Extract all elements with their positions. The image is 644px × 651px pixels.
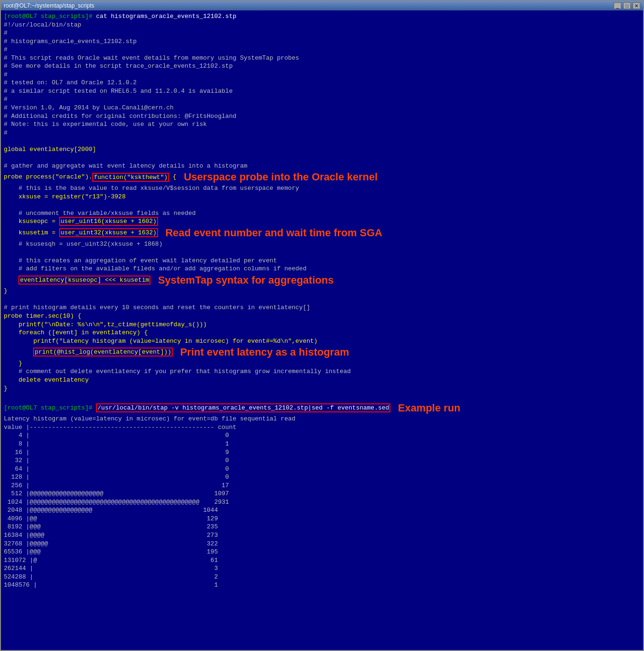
line-run-cmd: [root@OL7 stap_scripts]# /usr/local/bin/…	[4, 401, 640, 415]
line-out-262144: 262144 | 3	[4, 564, 640, 573]
close-button[interactable]: ✕	[633, 2, 640, 9]
line-c2: #	[4, 45, 640, 54]
line-tested: # tested on: OL7 and Oracle 12.1.0.2	[4, 79, 640, 87]
line-printf1: printf("\nDate: %s\n\n",tz_ctime(gettime…	[4, 321, 640, 329]
line-out-524288: 524288 | 2	[4, 573, 640, 581]
line-out-65536: 65536 |@@@ 195	[4, 548, 640, 556]
line-xksuse: xksuse = register("r13")-3928	[4, 193, 640, 201]
line-out-512: 512 |@@@@@@@@@@@@@@@@@@@@ 1097	[4, 490, 640, 498]
line-note: # Note: this is experimental code, use a…	[4, 120, 640, 129]
line-timer: probe timer.sec(10) {	[4, 312, 640, 321]
line-out-16384: 16384 |@@@@ 273	[4, 531, 640, 540]
line-version: # Version 1.0, Aug 2014 by Luca.Canali@c…	[4, 104, 640, 112]
line-out-1048576: 1048576 | 1	[4, 581, 640, 589]
titlebar: root@OL7:~/systemtap/stap_scripts _ □ ✕	[1, 1, 643, 10]
line-c4: #	[4, 95, 640, 104]
terminal-window: root@OL7:~/systemtap/stap_scripts _ □ ✕ …	[0, 0, 644, 651]
annotation-histogram: Print event latency as a histogram	[180, 346, 349, 358]
line-out-4096: 4096 |@@ 129	[4, 515, 640, 523]
line-out-32: 32 | 0	[4, 456, 640, 465]
line-desc1: # This script reads Oracle wait event de…	[4, 54, 640, 62]
terminal-content: [root@OL7 stap_scripts]# cat histograms_…	[1, 10, 643, 650]
line-out-2048: 2048 |@@@@@@@@@@@@@@@@@ 1044	[4, 506, 640, 515]
line-histlog: print(@hist_log(eventlatency[event])) Pr…	[4, 345, 640, 359]
annotation-example-run: Example run	[398, 402, 460, 414]
line-out-8: 8 | 1	[4, 440, 640, 448]
line-blank1	[4, 137, 640, 145]
line-out-colhdr: value |---------------------------------…	[4, 423, 640, 432]
line-blank4	[4, 248, 640, 257]
line-global: global eventlatency[2000]	[4, 145, 640, 154]
line-printf2: printf("Latency histogram (value=latency…	[4, 337, 640, 346]
line-foreach: foreach ([event] in eventlatency) {	[4, 329, 640, 337]
line-out-131072: 131072 |@ 61	[4, 556, 640, 565]
line-out-1024: 1024 |@@@@@@@@@@@@@@@@@@@@@@@@@@@@@@@@@@…	[4, 498, 640, 507]
annotation-probe: Userspace probe into the Oracle kernel	[184, 171, 378, 183]
line-blank6	[4, 392, 640, 401]
line-eventlatency: eventlatency[ksuseopc] <<< ksusetim Syst…	[4, 273, 640, 287]
line-ksusesqh: # ksusesqh = user_uint32(xksuse + 1868)	[4, 240, 640, 249]
line-desc2: # See more details in the script trace_o…	[4, 62, 640, 71]
line-c1: #	[4, 29, 640, 37]
line-out-4: 4 | 0	[4, 431, 640, 440]
line-shebang: #!/usr/local/bin/stap	[4, 21, 640, 29]
line-probe: probe process("oracle").function("kskthe…	[4, 170, 640, 184]
line-close-brace1: }	[4, 287, 640, 295]
line-out-64: 64 | 0	[4, 465, 640, 473]
line-agg-comment2: # add filters on the available fileds an…	[4, 265, 640, 273]
maximize-button[interactable]: □	[623, 2, 631, 9]
line-agg-comment1: # this creates an aggregation of event w…	[4, 257, 640, 265]
line-print-comment: # print histogram details every 10 secon…	[4, 303, 640, 312]
line-out-32768: 32768 |@@@@@ 322	[4, 540, 640, 548]
window-title: root@OL7:~/systemtap/stap_scripts	[4, 2, 94, 9]
annotation-aggregation: SystemTap syntax for aggregations	[158, 274, 334, 286]
line-uncomment: # uncomment the variable/xksuse fields a…	[4, 209, 640, 218]
line-ksuseopc: ksuseopc = user_uint16(xksuse + 1602) ks…	[4, 217, 640, 240]
window-controls[interactable]: _ □ ✕	[614, 2, 640, 9]
line-similar: # a similar script tested on RHEL6.5 and…	[4, 87, 640, 96]
line-close-brace2: }	[4, 384, 640, 393]
line-blank3	[4, 201, 640, 209]
line-out-8192: 8192 |@@@ 235	[4, 523, 640, 531]
line-out-16: 16 | 9	[4, 448, 640, 457]
line-out-128: 128 | 0	[4, 473, 640, 482]
line-filename: # histograms_oracle_events_12102.stp	[4, 37, 640, 46]
annotation-readsga: Read event number and wait time from SGA	[165, 227, 382, 239]
line-delete-comment: # comment out delete eventlatency if you…	[4, 367, 640, 376]
line-close-foreach: }	[4, 359, 640, 368]
line-blank5	[4, 295, 640, 304]
line-blank2	[4, 153, 640, 162]
line-delete: delete eventlatency	[4, 376, 640, 384]
line-gather-comment: # gather and aggregate wait event latenc…	[4, 162, 640, 170]
line-credits: # Additional credits for original contri…	[4, 112, 640, 121]
line-prompt-1: [root@OL7 stap_scripts]# cat histograms_…	[4, 12, 640, 21]
line-base-comment: # this is the base value to read xksuse/…	[4, 184, 640, 193]
line-c3: #	[4, 71, 640, 79]
minimize-button[interactable]: _	[614, 2, 621, 9]
line-out-header: Latency histogram (value=latency in micr…	[4, 415, 640, 423]
line-c5: #	[4, 129, 640, 137]
line-out-256: 256 | 17	[4, 482, 640, 490]
